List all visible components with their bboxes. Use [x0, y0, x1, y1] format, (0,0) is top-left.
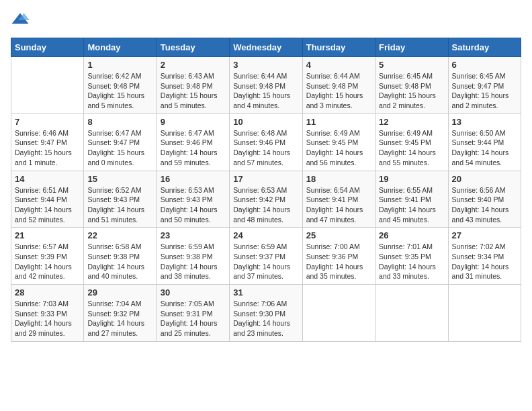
page-header: [11, 11, 521, 30]
day-number: 24: [233, 230, 298, 240]
weekday-thursday: Thursday: [302, 38, 375, 57]
day-number: 26: [379, 230, 444, 240]
day-number: 4: [306, 60, 371, 70]
day-info: Sunrise: 6:59 AM Sunset: 9:38 PM Dayligh…: [161, 242, 226, 281]
weekday-friday: Friday: [375, 38, 448, 57]
calendar-cell: [302, 285, 375, 342]
week-row-4: 21Sunrise: 6:57 AM Sunset: 9:39 PM Dayli…: [11, 228, 521, 285]
day-number: 2: [161, 60, 226, 70]
day-number: 18: [306, 174, 371, 184]
day-info: Sunrise: 6:49 AM Sunset: 9:45 PM Dayligh…: [306, 128, 371, 168]
calendar-cell: 6Sunrise: 6:45 AM Sunset: 9:47 PM Daylig…: [448, 57, 521, 114]
calendar-cell: 30Sunrise: 7:05 AM Sunset: 9:31 PM Dayli…: [157, 285, 229, 342]
day-number: 11: [306, 117, 371, 127]
day-number: 30: [161, 287, 226, 298]
day-info: Sunrise: 6:45 AM Sunset: 9:48 PM Dayligh…: [379, 71, 444, 111]
day-info: Sunrise: 6:59 AM Sunset: 9:37 PM Dayligh…: [233, 242, 298, 281]
calendar-cell: 10Sunrise: 6:48 AM Sunset: 9:46 PM Dayli…: [230, 113, 302, 171]
day-info: Sunrise: 6:44 AM Sunset: 9:48 PM Dayligh…: [306, 71, 371, 111]
calendar-cell: 28Sunrise: 7:03 AM Sunset: 9:33 PM Dayli…: [11, 285, 84, 342]
week-row-1: 1Sunrise: 6:42 AM Sunset: 9:48 PM Daylig…: [11, 57, 521, 114]
day-number: 7: [15, 117, 80, 127]
day-info: Sunrise: 6:54 AM Sunset: 9:41 PM Dayligh…: [306, 185, 371, 225]
day-number: 15: [87, 174, 152, 184]
calendar-cell: [448, 285, 521, 342]
day-info: Sunrise: 7:06 AM Sunset: 9:30 PM Dayligh…: [233, 299, 298, 338]
calendar-cell: 24Sunrise: 6:59 AM Sunset: 9:37 PM Dayli…: [230, 228, 302, 285]
day-info: Sunrise: 6:46 AM Sunset: 9:47 PM Dayligh…: [15, 128, 80, 168]
day-info: Sunrise: 6:45 AM Sunset: 9:47 PM Dayligh…: [452, 71, 517, 111]
day-info: Sunrise: 7:02 AM Sunset: 9:34 PM Dayligh…: [452, 242, 517, 281]
calendar-cell: 3Sunrise: 6:44 AM Sunset: 9:48 PM Daylig…: [230, 57, 302, 114]
weekday-header-row: SundayMondayTuesdayWednesdayThursdayFrid…: [11, 38, 521, 57]
calendar-cell: 2Sunrise: 6:43 AM Sunset: 9:48 PM Daylig…: [157, 57, 229, 114]
calendar-header: SundayMondayTuesdayWednesdayThursdayFrid…: [11, 38, 521, 57]
day-number: 3: [233, 60, 298, 70]
calendar-cell: [11, 57, 84, 114]
calendar-cell: 8Sunrise: 6:47 AM Sunset: 9:47 PM Daylig…: [84, 113, 157, 171]
day-info: Sunrise: 6:56 AM Sunset: 9:40 PM Dayligh…: [452, 185, 517, 225]
day-number: 8: [87, 117, 152, 127]
calendar-cell: 16Sunrise: 6:53 AM Sunset: 9:43 PM Dayli…: [157, 171, 229, 228]
calendar-cell: 27Sunrise: 7:02 AM Sunset: 9:34 PM Dayli…: [448, 228, 521, 285]
day-info: Sunrise: 6:43 AM Sunset: 9:48 PM Dayligh…: [161, 71, 226, 111]
day-number: 5: [379, 60, 444, 70]
calendar-cell: 20Sunrise: 6:56 AM Sunset: 9:40 PM Dayli…: [448, 171, 521, 228]
day-number: 1: [87, 60, 152, 70]
calendar-cell: 29Sunrise: 7:04 AM Sunset: 9:32 PM Dayli…: [84, 285, 157, 342]
day-number: 21: [15, 230, 80, 240]
logo-icon: [11, 11, 30, 30]
day-info: Sunrise: 6:47 AM Sunset: 9:47 PM Dayligh…: [87, 128, 152, 168]
week-row-3: 14Sunrise: 6:51 AM Sunset: 9:44 PM Dayli…: [11, 171, 521, 228]
calendar-cell: 31Sunrise: 7:06 AM Sunset: 9:30 PM Dayli…: [230, 285, 302, 342]
day-number: 13: [452, 117, 517, 127]
day-number: 12: [379, 117, 444, 127]
day-info: Sunrise: 6:58 AM Sunset: 9:38 PM Dayligh…: [87, 242, 152, 281]
day-number: 22: [87, 230, 152, 240]
weekday-monday: Monday: [84, 38, 157, 57]
day-number: 19: [379, 174, 444, 184]
day-info: Sunrise: 6:53 AM Sunset: 9:43 PM Dayligh…: [161, 185, 226, 225]
day-info: Sunrise: 7:01 AM Sunset: 9:35 PM Dayligh…: [379, 242, 444, 281]
calendar-cell: [375, 285, 448, 342]
day-number: 14: [15, 174, 80, 184]
calendar-cell: 15Sunrise: 6:52 AM Sunset: 9:43 PM Dayli…: [84, 171, 157, 228]
day-info: Sunrise: 6:48 AM Sunset: 9:46 PM Dayligh…: [233, 128, 298, 168]
day-info: Sunrise: 7:05 AM Sunset: 9:31 PM Dayligh…: [161, 299, 226, 338]
calendar-cell: 1Sunrise: 6:42 AM Sunset: 9:48 PM Daylig…: [84, 57, 157, 114]
day-info: Sunrise: 7:00 AM Sunset: 9:36 PM Dayligh…: [306, 242, 371, 281]
calendar-cell: 11Sunrise: 6:49 AM Sunset: 9:45 PM Dayli…: [302, 113, 375, 171]
calendar-cell: 12Sunrise: 6:49 AM Sunset: 9:45 PM Dayli…: [375, 113, 448, 171]
calendar-cell: 19Sunrise: 6:55 AM Sunset: 9:41 PM Dayli…: [375, 171, 448, 228]
week-row-2: 7Sunrise: 6:46 AM Sunset: 9:47 PM Daylig…: [11, 113, 521, 171]
weekday-wednesday: Wednesday: [230, 38, 302, 57]
calendar-cell: 9Sunrise: 6:47 AM Sunset: 9:46 PM Daylig…: [157, 113, 229, 171]
day-number: 31: [233, 287, 298, 298]
logo: [11, 11, 32, 30]
day-number: 23: [161, 230, 226, 240]
day-info: Sunrise: 6:42 AM Sunset: 9:48 PM Dayligh…: [87, 71, 152, 111]
day-number: 25: [306, 230, 371, 240]
day-info: Sunrise: 6:47 AM Sunset: 9:46 PM Dayligh…: [161, 128, 226, 168]
day-number: 6: [452, 60, 517, 70]
day-info: Sunrise: 6:49 AM Sunset: 9:45 PM Dayligh…: [379, 128, 444, 168]
day-info: Sunrise: 6:50 AM Sunset: 9:44 PM Dayligh…: [452, 128, 517, 168]
day-info: Sunrise: 7:04 AM Sunset: 9:32 PM Dayligh…: [87, 299, 152, 338]
calendar-cell: 7Sunrise: 6:46 AM Sunset: 9:47 PM Daylig…: [11, 113, 84, 171]
calendar-cell: 5Sunrise: 6:45 AM Sunset: 9:48 PM Daylig…: [375, 57, 448, 114]
day-number: 9: [161, 117, 226, 127]
calendar-cell: 23Sunrise: 6:59 AM Sunset: 9:38 PM Dayli…: [157, 228, 229, 285]
day-number: 28: [15, 287, 80, 298]
day-number: 10: [233, 117, 298, 127]
calendar-cell: 21Sunrise: 6:57 AM Sunset: 9:39 PM Dayli…: [11, 228, 84, 285]
calendar-cell: 26Sunrise: 7:01 AM Sunset: 9:35 PM Dayli…: [375, 228, 448, 285]
calendar-cell: 14Sunrise: 6:51 AM Sunset: 9:44 PM Dayli…: [11, 171, 84, 228]
calendar-cell: 25Sunrise: 7:00 AM Sunset: 9:36 PM Dayli…: [302, 228, 375, 285]
day-number: 27: [452, 230, 517, 240]
day-number: 29: [87, 287, 152, 298]
calendar-cell: 4Sunrise: 6:44 AM Sunset: 9:48 PM Daylig…: [302, 57, 375, 114]
calendar-cell: 17Sunrise: 6:53 AM Sunset: 9:42 PM Dayli…: [230, 171, 302, 228]
weekday-sunday: Sunday: [11, 38, 84, 57]
calendar-body: 1Sunrise: 6:42 AM Sunset: 9:48 PM Daylig…: [11, 57, 521, 342]
week-row-5: 28Sunrise: 7:03 AM Sunset: 9:33 PM Dayli…: [11, 285, 521, 342]
